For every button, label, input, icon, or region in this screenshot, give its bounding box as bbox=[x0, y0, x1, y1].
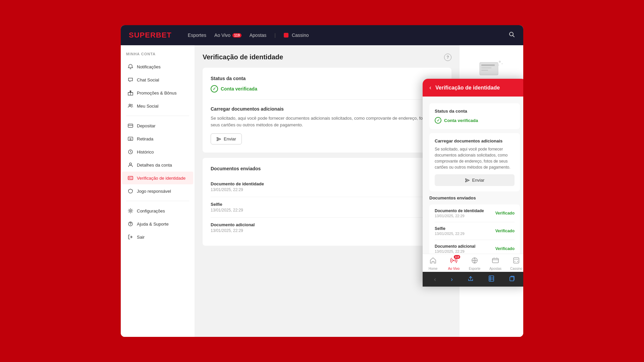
sidebar-label-sair: Sair bbox=[137, 235, 145, 240]
mobile-nav-apostas-label: Apostas bbox=[489, 267, 501, 270]
mobile-send-icon bbox=[465, 178, 470, 183]
browser-share-button[interactable] bbox=[468, 276, 474, 283]
help-icon bbox=[127, 221, 133, 227]
mobile-doc-status-2: Verificado bbox=[495, 246, 515, 251]
mobile-doc-status-1: Verificado bbox=[495, 229, 515, 233]
sidebar-item-meu-social[interactable]: Meu Social bbox=[122, 100, 193, 112]
mobile-doc-name-2: Documento adicional bbox=[435, 244, 475, 249]
nav-esportes[interactable]: Esportes bbox=[188, 33, 206, 38]
casino-icon-mobile bbox=[513, 257, 520, 266]
sidebar-label-meu-social: Meu Social bbox=[137, 104, 158, 109]
svg-point-20 bbox=[501, 63, 503, 64]
mobile-doc-row-1: Selfie 13/01/2025, 22:29 Verificado bbox=[435, 222, 515, 240]
sidebar-item-sair[interactable]: Sair bbox=[122, 231, 193, 243]
svg-rect-5 bbox=[128, 124, 133, 127]
sidebar-item-depositar[interactable]: Depositar bbox=[122, 119, 193, 132]
doc-name-0: Documento de identidade bbox=[211, 181, 264, 186]
sidebar-item-notificacoes[interactable]: Notificações bbox=[122, 60, 193, 73]
mobile-nav-home[interactable]: Home bbox=[423, 257, 443, 270]
info-icon[interactable]: ? bbox=[444, 54, 451, 61]
sidebar-item-ajuda[interactable]: Ajuda & Suporte bbox=[122, 218, 193, 230]
live-badge: 119 bbox=[454, 255, 460, 259]
sidebar-label-chat-social: Chat Social bbox=[137, 77, 159, 82]
nav-ao-vivo[interactable]: Ao Vivo 119 bbox=[214, 33, 241, 38]
sidebar-item-retirada[interactable]: Retirada bbox=[122, 132, 193, 145]
sidebar-label-ajuda: Ajuda & Suporte bbox=[137, 222, 169, 227]
page-title: Verificação de identidade bbox=[203, 53, 283, 61]
svg-point-4 bbox=[131, 104, 132, 106]
doc-date-0: 13/01/2025, 22:29 bbox=[211, 187, 264, 192]
doc-row-selfie: Selfie 13/01/2025, 22:29 Verificado bbox=[211, 197, 443, 218]
mobile-content: Status da conta ✓ Conta verificada Carre… bbox=[423, 97, 523, 254]
bell-icon bbox=[127, 64, 133, 70]
mobile-nav-live-label: Ao Vivo bbox=[448, 267, 460, 270]
mobile-doc-date-1: 13/01/2025, 22:29 bbox=[435, 232, 465, 236]
home-icon bbox=[429, 257, 437, 266]
sidebar-item-historico[interactable]: Histórico bbox=[122, 145, 193, 158]
mobile-nav-esporte[interactable]: Esporte bbox=[464, 257, 485, 270]
sport-icon bbox=[471, 257, 478, 266]
svg-point-14 bbox=[130, 225, 130, 225]
mobile-doc-date-0: 13/01/2025, 22:29 bbox=[435, 214, 484, 218]
doc-date-1: 13/01/2025, 22:29 bbox=[211, 208, 243, 213]
sidebar-item-chat-social[interactable]: Chat Social bbox=[122, 73, 193, 86]
mobile-verified-icon: ✓ bbox=[435, 117, 441, 124]
shield-icon bbox=[127, 188, 133, 194]
logo-super: SUPER bbox=[129, 31, 156, 39]
doc-name-1: Selfie bbox=[211, 202, 243, 207]
send-button[interactable]: Enviar bbox=[211, 133, 242, 144]
coupon-illustration bbox=[478, 59, 505, 79]
sidebar-label-depositar: Depositar bbox=[137, 123, 156, 128]
nav-apostas[interactable]: Apostas bbox=[250, 33, 267, 38]
svg-point-22 bbox=[453, 260, 454, 261]
search-icon bbox=[508, 31, 515, 38]
sidebar-label-promocoes: Promoções & Bônus bbox=[137, 90, 177, 96]
browser-back-button[interactable]: ‹ bbox=[434, 276, 436, 283]
docs-card: Documentos enviados Documento de identid… bbox=[203, 158, 451, 246]
svg-point-30 bbox=[517, 261, 518, 262]
svg-point-27 bbox=[516, 259, 517, 260]
svg-point-28 bbox=[517, 259, 518, 260]
sidebar-item-jogo-responsavel[interactable]: Jogo responsável bbox=[122, 185, 193, 197]
mobile-status-card: Status da conta ✓ Conta verificada bbox=[429, 103, 520, 129]
mobile-nav-home-label: Home bbox=[429, 267, 438, 270]
sidebar-section-label: MINHA CONTA bbox=[121, 52, 195, 60]
header: SUPERBET Esportes Ao Vivo 119 Apostas | … bbox=[121, 25, 523, 45]
browser-forward-button[interactable]: › bbox=[451, 276, 453, 283]
doc-row-adicional: Documento adicional 13/01/2025, 22:29 Ve… bbox=[211, 218, 443, 238]
upload-title: Carregar documentos adicionais bbox=[211, 106, 443, 112]
search-button[interactable] bbox=[508, 31, 515, 40]
mobile-send-button[interactable]: Enviar bbox=[435, 174, 515, 186]
svg-rect-17 bbox=[481, 67, 491, 68]
sidebar-item-configuracoes[interactable]: Configurações bbox=[122, 204, 193, 217]
svg-line-1 bbox=[513, 35, 515, 37]
send-button-label: Enviar bbox=[224, 136, 236, 141]
mobile-doc-status-0: Verificado bbox=[495, 211, 515, 216]
mobile-back-button[interactable]: ‹ bbox=[429, 84, 431, 91]
deposit-icon bbox=[127, 123, 133, 129]
bets-icon bbox=[492, 257, 499, 266]
sidebar-label-configuracoes: Configurações bbox=[137, 208, 165, 214]
logout-icon bbox=[127, 234, 133, 240]
mobile-nav-apostas[interactable]: Apostas bbox=[485, 257, 506, 270]
nav-cassino[interactable]: Cassino bbox=[284, 33, 309, 38]
mobile-doc-row-0: Documento de identidade 13/01/2025, 22:2… bbox=[435, 204, 515, 222]
id-card-icon bbox=[127, 175, 133, 181]
svg-point-26 bbox=[515, 259, 515, 260]
sidebar-item-detalhes[interactable]: Detalhes da conta bbox=[122, 159, 193, 171]
sidebar-item-verificacao[interactable]: Verificação de identidade bbox=[122, 172, 193, 184]
svg-point-9 bbox=[129, 163, 131, 165]
mobile-verified-badge: ✓ Conta verificada bbox=[435, 117, 515, 124]
browser-bookmarks-button[interactable] bbox=[488, 276, 494, 283]
mobile-nav-cassino[interactable]: Cassino bbox=[506, 257, 523, 270]
sidebar-label-historico: Histórico bbox=[137, 149, 154, 155]
sidebar-item-promocoes[interactable]: Promoções & Bônus bbox=[122, 86, 193, 99]
svg-point-19 bbox=[499, 61, 501, 63]
sidebar-divider-2 bbox=[126, 201, 189, 201]
users-icon bbox=[127, 103, 133, 109]
svg-point-29 bbox=[515, 261, 515, 262]
svg-rect-32 bbox=[510, 277, 514, 281]
mobile-nav-ao-vivo[interactable]: 119 Ao Vivo bbox=[443, 257, 464, 270]
ao-vivo-badge: 119 bbox=[232, 33, 241, 38]
browser-tabs-button[interactable] bbox=[509, 276, 515, 283]
